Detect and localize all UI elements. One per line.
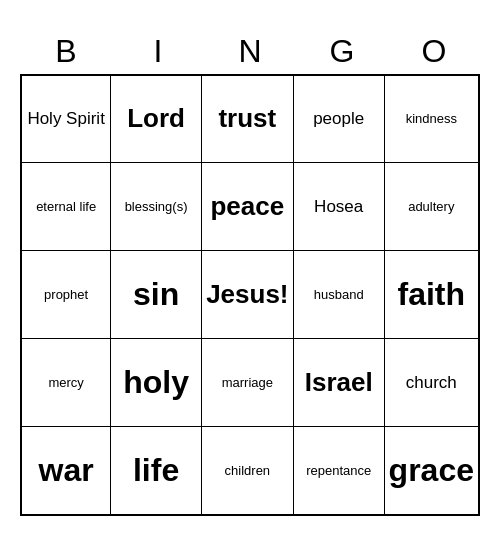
adultery: adultery: [384, 163, 479, 251]
hosea: Hosea: [293, 163, 384, 251]
grace: grace: [384, 427, 479, 515]
war: war: [21, 427, 111, 515]
header-letter-n: N: [204, 29, 296, 74]
prophet: prophet: [21, 251, 111, 339]
marriage: marriage: [201, 339, 293, 427]
repentance: repentance: [293, 427, 384, 515]
blessings: blessing(s): [111, 163, 202, 251]
eternal-life: eternal life: [21, 163, 111, 251]
bingo-header: BINGO: [20, 29, 480, 74]
header-letter-o: O: [388, 29, 480, 74]
peace: peace: [201, 163, 293, 251]
header-letter-b: B: [20, 29, 112, 74]
mercy: mercy: [21, 339, 111, 427]
church: church: [384, 339, 479, 427]
sin: sin: [111, 251, 202, 339]
holy: holy: [111, 339, 202, 427]
faith: faith: [384, 251, 479, 339]
holy-spirit: Holy Spirit: [21, 75, 111, 163]
bingo-grid: Holy SpiritLordtrustpeoplekindnesseterna…: [20, 74, 480, 516]
children: children: [201, 427, 293, 515]
header-letter-i: I: [112, 29, 204, 74]
header-letter-g: G: [296, 29, 388, 74]
trust: trust: [201, 75, 293, 163]
jesus: Jesus!: [201, 251, 293, 339]
life: life: [111, 427, 202, 515]
lord: Lord: [111, 75, 202, 163]
people: people: [293, 75, 384, 163]
kindness: kindness: [384, 75, 479, 163]
husband: husband: [293, 251, 384, 339]
israel: Israel: [293, 339, 384, 427]
